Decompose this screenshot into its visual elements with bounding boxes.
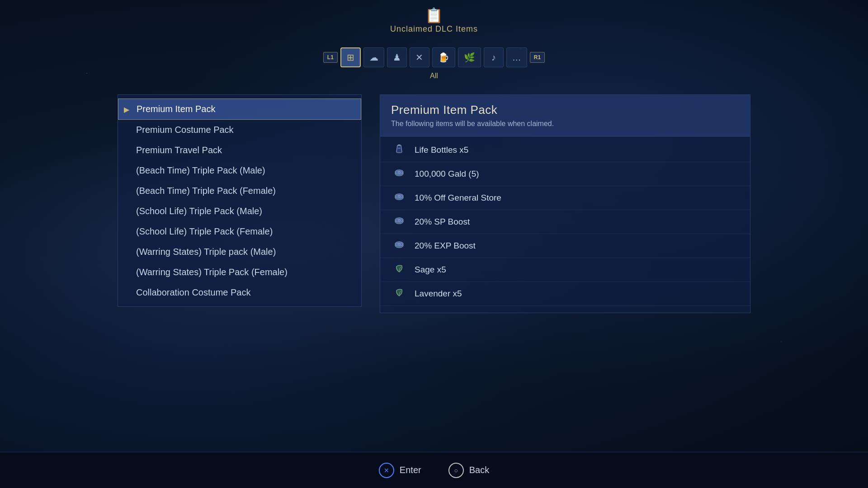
- svg-text:G: G: [398, 170, 401, 174]
- item-name: Sage x5: [415, 265, 446, 275]
- circle-icon: ○: [448, 463, 464, 478]
- header-icon: 📋: [425, 8, 443, 23]
- item-icon: [391, 287, 407, 300]
- item-name: 10% Off General Store: [415, 193, 501, 203]
- sword-icon: ✕: [415, 52, 423, 63]
- item-name: 20% EXP Boost: [415, 241, 476, 251]
- more-icon: …: [512, 52, 521, 63]
- detail-title: Premium Item Pack: [391, 103, 739, 117]
- svg-text:G: G: [398, 242, 401, 246]
- svg-text:G: G: [398, 218, 401, 222]
- list-item[interactable]: (School Life) Triple Pack (Female): [118, 221, 361, 242]
- back-button[interactable]: ○ Back: [448, 463, 489, 478]
- detail-item: G 10% Off General Store: [380, 186, 750, 210]
- tab-weapons[interactable]: ✕: [410, 47, 429, 67]
- detail-item: G 100,000 Gald (5): [380, 162, 750, 186]
- tab-music[interactable]: ♪: [484, 47, 504, 67]
- detail-item: Verbena x5: [380, 306, 750, 313]
- main-area: Premium Item PackPremium Costume PackPre…: [118, 94, 750, 313]
- tab-more[interactable]: …: [506, 47, 527, 67]
- detail-desc: The following items will be available wh…: [391, 120, 739, 128]
- cup-icon: 🍺: [438, 52, 449, 63]
- detail-header: Premium Item Pack The following items wi…: [380, 95, 750, 136]
- item-icon: [391, 144, 407, 156]
- detail-panel: Premium Item Pack The following items wi…: [380, 94, 750, 313]
- item-name: Life Bottles x5: [415, 145, 468, 155]
- detail-item: G 20% EXP Boost: [380, 234, 750, 258]
- list-item[interactable]: (Beach Time) Triple Pack (Male): [118, 160, 361, 181]
- nav-left-button[interactable]: L1: [323, 52, 338, 63]
- plant-icon: 🌿: [464, 52, 475, 63]
- list-item[interactable]: Collaboration Costume Pack: [118, 282, 361, 303]
- active-category-label: All: [430, 72, 438, 80]
- tab-items[interactable]: ☁: [363, 47, 384, 67]
- tab-characters[interactable]: ♟: [387, 47, 407, 67]
- category-bar: L1 ⊞ ☁ ♟ ✕ 🍺 🌿 ♪ … R1 All: [323, 47, 545, 67]
- nav-right-button[interactable]: R1: [530, 52, 545, 63]
- music-icon: ♪: [491, 52, 496, 63]
- list-item[interactable]: (Warring States) Triple Pack (Female): [118, 262, 361, 282]
- item-icon: G: [391, 168, 407, 180]
- item-name: Lavender x5: [415, 289, 462, 299]
- svg-point-1: [398, 148, 401, 149]
- enter-button[interactable]: ✕ Enter: [379, 463, 421, 478]
- header-title: Unclaimed DLC Items: [390, 24, 478, 34]
- detail-item: Sage x5: [380, 258, 750, 282]
- dlc-list-panel: Premium Item PackPremium Costume PackPre…: [118, 94, 362, 307]
- item-icon: G: [391, 239, 407, 252]
- tab-plants[interactable]: 🌿: [458, 47, 481, 67]
- grid-icon: ⊞: [347, 52, 354, 63]
- cloud-icon: ☁: [369, 52, 378, 63]
- item-name: 20% SP Boost: [415, 217, 470, 227]
- list-item[interactable]: (Beach Time) Triple Pack (Female): [118, 181, 361, 201]
- item-icon: [391, 263, 407, 276]
- list-item[interactable]: Premium Travel Pack: [118, 140, 361, 160]
- enter-label: Enter: [400, 465, 421, 475]
- item-icon: [391, 311, 407, 313]
- main-content: 📋 Unclaimed DLC Items L1 ⊞ ☁ ♟ ✕ 🍺 🌿 ♪ ……: [0, 0, 868, 488]
- item-name: 100,000 Gald (5): [415, 169, 479, 179]
- svg-text:G: G: [398, 194, 401, 198]
- item-icon: G: [391, 216, 407, 228]
- list-item[interactable]: Premium Item Pack: [118, 99, 361, 120]
- detail-items-list[interactable]: Life Bottles x5 G 100,000 Gald (5) G 10%…: [380, 136, 750, 313]
- tab-all[interactable]: ⊞: [340, 47, 361, 67]
- person-icon: ♟: [393, 52, 401, 63]
- detail-item: Lavender x5: [380, 282, 750, 306]
- item-icon: G: [391, 192, 407, 204]
- list-item[interactable]: (Warring States) Triple pack (Male): [118, 242, 361, 262]
- back-label: Back: [469, 465, 489, 475]
- header: 📋 Unclaimed DLC Items: [390, 0, 478, 34]
- detail-item: G 20% SP Boost: [380, 210, 750, 234]
- list-item[interactable]: (School Life) Triple Pack (Male): [118, 201, 361, 221]
- list-item[interactable]: Premium Costume Pack: [118, 120, 361, 140]
- tab-consumables[interactable]: 🍺: [432, 47, 455, 67]
- x-icon: ✕: [379, 463, 394, 478]
- detail-item: Life Bottles x5: [380, 138, 750, 162]
- footer: ✕ Enter ○ Back: [0, 452, 868, 488]
